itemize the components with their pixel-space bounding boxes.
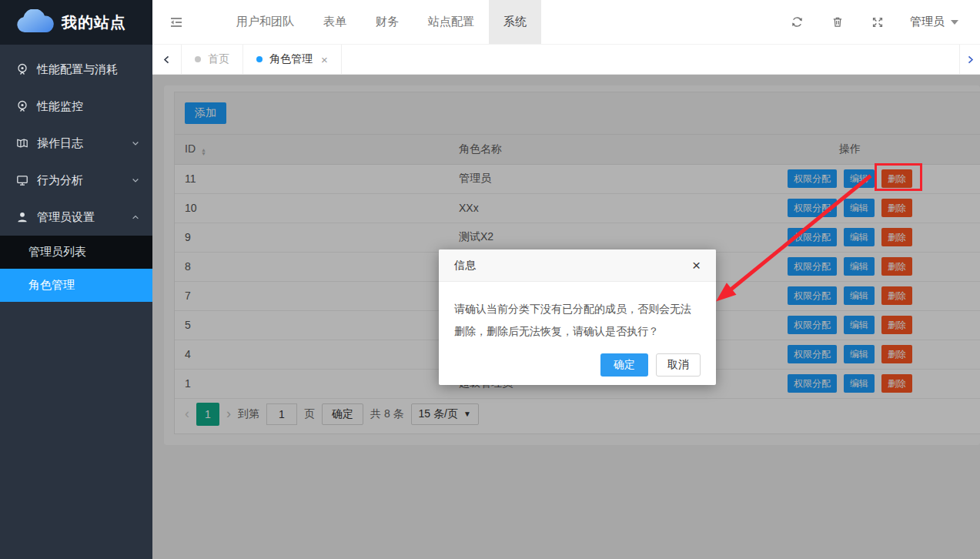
sidebar-item-label: 操作日志 — [37, 136, 83, 151]
podcast-icon — [16, 100, 30, 113]
nav-tab-forms[interactable]: 表单 — [309, 0, 361, 44]
chevron-down-icon — [131, 176, 140, 185]
tab-dot-icon — [195, 56, 201, 62]
sidebar-menu: 性能配置与消耗 性能监控 操作日志 — [0, 45, 152, 302]
chevron-up-icon — [131, 213, 140, 222]
sidebar-item-label: 性能监控 — [37, 99, 83, 114]
sidebar-item-label: 性能配置与消耗 — [37, 62, 118, 77]
chevron-down-icon — [131, 139, 140, 148]
podcast-icon — [16, 63, 30, 76]
fullscreen-icon[interactable] — [858, 0, 898, 44]
sidebar-item-label: 行为分析 — [37, 173, 83, 188]
close-tab-icon[interactable]: × — [321, 53, 328, 66]
sidebar-subitem-admin-list[interactable]: 管理员列表 — [0, 236, 152, 269]
breadcrumb-tab-label: 角色管理 — [269, 52, 313, 66]
nav-tab-label: 财务 — [376, 15, 399, 29]
breadcrumb-tab-label: 首页 — [208, 52, 229, 66]
sidebar-subitem-label: 角色管理 — [28, 278, 75, 293]
main-area: 用户和团队 表单 财务 站点配置 系统 — [152, 0, 980, 559]
close-icon[interactable]: × — [692, 258, 701, 273]
dialog-message-line2: 删除，删除后无法恢复，请确认是否执行？ — [454, 320, 701, 343]
top-nav-bar: 用户和团队 表单 财务 站点配置 系统 — [152, 0, 980, 45]
confirm-cancel-button[interactable]: 取消 — [656, 353, 701, 377]
dialog-title: 信息 — [454, 259, 476, 273]
sidebar-submenu: 管理员列表 角色管理 — [0, 236, 152, 302]
sidebar: 我的站点 性能配置与消耗 性能监控 — [0, 0, 152, 559]
content-area: 添加 ID▲▼ 角色名称 操作 — [152, 75, 980, 559]
nav-tab-site-config[interactable]: 站点配置 — [413, 0, 489, 44]
nav-tab-label: 用户和团队 — [236, 15, 294, 29]
menu-fold-icon[interactable] — [152, 0, 200, 44]
user-menu[interactable]: 管理员 — [898, 15, 980, 29]
breadcrumb-tab-home[interactable]: 首页 — [182, 45, 243, 74]
breadcrumb-tab-role-management[interactable]: 角色管理 × — [243, 45, 342, 74]
logo: 我的站点 — [0, 0, 152, 45]
trash-icon[interactable] — [818, 0, 858, 44]
refresh-icon[interactable] — [777, 0, 818, 44]
sidebar-item-operation-logs[interactable]: 操作日志 — [0, 125, 152, 162]
caret-down-icon — [951, 20, 958, 25]
user-icon — [16, 211, 30, 224]
dialog-footer: 确定 取消 — [600, 353, 701, 377]
app-root: 我的站点 性能配置与消耗 性能监控 — [0, 0, 980, 559]
nav-tab-finance[interactable]: 财务 — [361, 0, 413, 44]
book-icon — [16, 137, 30, 150]
tabs-scroll-left-icon[interactable] — [152, 45, 182, 74]
tabs-scroll-right-icon[interactable] — [959, 45, 980, 74]
sidebar-item-admin-settings[interactable]: 管理员设置 — [0, 199, 152, 236]
sidebar-item-behavior-analysis[interactable]: 行为分析 — [0, 162, 152, 199]
nav-tab-label: 表单 — [323, 15, 346, 29]
dialog-header: 信息 × — [439, 249, 716, 282]
sidebar-item-performance-config[interactable]: 性能配置与消耗 — [0, 51, 152, 88]
top-nav-tabs: 用户和团队 表单 财务 站点配置 系统 — [222, 0, 541, 44]
nav-tab-label: 系统 — [503, 15, 527, 29]
breadcrumb-tabs-bar: 首页 角色管理 × — [152, 45, 980, 75]
user-menu-label: 管理员 — [910, 15, 945, 29]
site-title: 我的站点 — [62, 12, 126, 33]
cloud-logo-icon — [14, 9, 55, 35]
nav-tab-label: 站点配置 — [428, 15, 474, 29]
tab-dot-icon — [256, 56, 263, 62]
sidebar-item-performance-monitor[interactable]: 性能监控 — [0, 88, 152, 125]
monitor-icon — [16, 174, 30, 187]
sidebar-subitem-role-management[interactable]: 角色管理 — [0, 269, 152, 302]
nav-tab-system[interactable]: 系统 — [489, 0, 541, 44]
top-right-tools: 管理员 — [777, 0, 980, 44]
confirm-dialog: 信息 × 请确认当前分类下没有已分配的成员，否则会无法 删除，删除后无法恢复，请… — [439, 249, 716, 385]
sidebar-item-label: 管理员设置 — [37, 210, 95, 225]
confirm-ok-button[interactable]: 确定 — [600, 353, 648, 377]
sidebar-subitem-label: 管理员列表 — [28, 245, 86, 259]
dialog-body: 请确认当前分类下没有已分配的成员，否则会无法 删除，删除后无法恢复，请确认是否执… — [439, 282, 716, 343]
nav-tab-users-teams[interactable]: 用户和团队 — [222, 0, 309, 44]
dialog-message-line1: 请确认当前分类下没有已分配的成员，否则会无法 — [454, 298, 701, 320]
